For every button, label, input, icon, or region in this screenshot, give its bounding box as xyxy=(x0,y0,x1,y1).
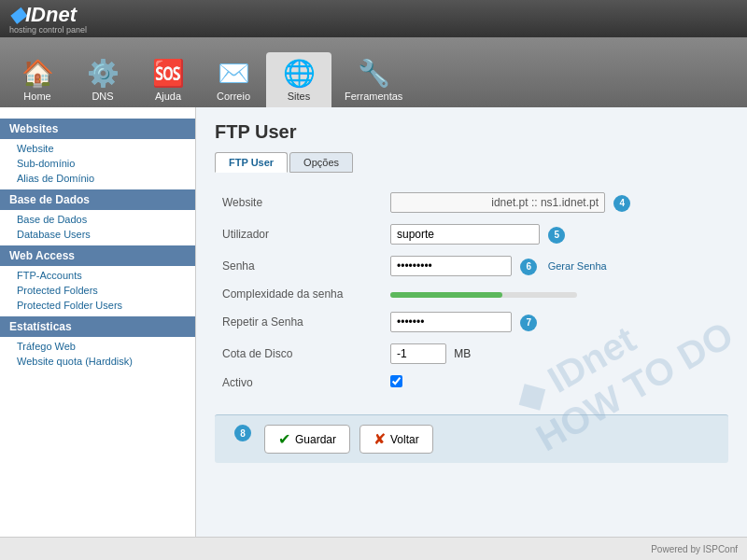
sidebar-section-stats: Estatísticas xyxy=(0,316,195,337)
sidebar-item-protected-folders[interactable]: Protected Folders xyxy=(0,283,195,298)
sidebar-item-quota[interactable]: Website quota (Harddisk) xyxy=(0,354,195,369)
ferramentas-icon: 🔧 xyxy=(358,58,390,89)
sidebar-section-database: Base de Dados xyxy=(0,189,195,210)
ajuda-icon: 🆘 xyxy=(152,58,185,89)
navbar: 🏠 Home ⚙️ DNS 🆘 Ajuda ✉️ Correio 🌐 Sites… xyxy=(0,37,747,107)
sidebar-section-websites: Websites xyxy=(0,119,195,139)
sidebar-section-webaccess: Web Access xyxy=(0,245,195,266)
footer-text: Powered by ISPConf xyxy=(651,544,738,554)
nav-home-label: Home xyxy=(23,91,50,102)
logo-name: ◆IDnet xyxy=(9,3,87,27)
tab-ftp-user[interactable]: FTP User xyxy=(215,152,288,173)
nav-dns[interactable]: ⚙️ DNS xyxy=(70,52,135,107)
nav-dns-label: DNS xyxy=(92,91,113,102)
website-input[interactable] xyxy=(390,192,605,213)
nav-ajuda[interactable]: 🆘 Ajuda xyxy=(135,52,201,107)
sidebar-item-dbusers[interactable]: Database Users xyxy=(0,227,195,242)
home-icon: 🏠 xyxy=(21,58,54,89)
footer: Powered by ISPConf xyxy=(0,537,747,560)
field-website: Website 4 xyxy=(215,187,728,218)
repetir-label: Repetir a Senha xyxy=(215,306,383,338)
sidebar-item-protected-folder-users[interactable]: Protected Folder Users xyxy=(0,298,195,313)
step-badge-6: 6 xyxy=(520,259,537,275)
field-cota: Cota de Disco MB xyxy=(215,338,728,370)
senha-input[interactable] xyxy=(390,256,512,276)
step-badge-4: 4 xyxy=(613,195,630,212)
guardar-label: Guardar xyxy=(295,433,336,446)
voltar-button[interactable]: ✘ Voltar xyxy=(359,425,433,454)
dns-icon: ⚙️ xyxy=(87,58,120,89)
field-activo: Activo xyxy=(215,370,728,396)
activo-value-cell xyxy=(383,370,728,396)
website-label: Website xyxy=(215,187,383,218)
nav-ajuda-label: Ajuda xyxy=(155,91,181,102)
tabs: FTP User Opções xyxy=(215,152,728,173)
sidebar-item-ftp[interactable]: FTP-Accounts xyxy=(0,268,195,283)
password-strength-fill xyxy=(390,292,502,298)
nav-sites[interactable]: 🌐 Sites xyxy=(266,52,331,107)
guardar-button[interactable]: ✔ Guardar xyxy=(264,425,350,454)
complexidade-label: Complexidade da senha xyxy=(215,282,383,306)
step-badge-5: 5 xyxy=(548,227,565,244)
sidebar-item-basedados[interactable]: Base de Dados xyxy=(0,212,195,227)
utilizador-value-cell: 5 xyxy=(383,218,728,250)
step-badge-8: 8 xyxy=(234,425,251,441)
cota-value-cell: MB xyxy=(383,338,728,370)
field-utilizador: Utilizador 5 xyxy=(215,218,728,250)
sidebar-item-subdominio[interactable]: Sub-domínio xyxy=(0,156,195,171)
mb-label: MB xyxy=(454,347,471,360)
page-title: FTP User xyxy=(215,121,728,143)
senha-value-cell: 6 Gerar Senha xyxy=(383,250,728,282)
nav-home[interactable]: 🏠 Home xyxy=(5,52,70,107)
content-area: ◆ IDnetHOW TO DO FTP User FTP User Opçõe… xyxy=(196,107,747,537)
logo-subtitle: hosting control panel xyxy=(9,25,87,35)
complexidade-bar-cell xyxy=(383,282,728,306)
field-senha: Senha 6 Gerar Senha xyxy=(215,250,728,282)
voltar-label: Voltar xyxy=(390,433,419,446)
form: Website 4 Utilizador 5 Senha 6 Gerar S xyxy=(215,187,728,396)
repetir-value-cell: 7 xyxy=(383,306,728,338)
activo-checkbox[interactable] xyxy=(390,375,402,387)
repetir-senha-input[interactable] xyxy=(390,312,512,332)
website-value-cell: 4 xyxy=(383,187,728,218)
button-row: 8 ✔ Guardar ✘ Voltar xyxy=(215,414,728,463)
nav-correio-label: Correio xyxy=(217,91,250,102)
gerar-senha-link[interactable]: Gerar Senha xyxy=(548,260,607,272)
correio-icon: ✉️ xyxy=(218,58,250,89)
sites-icon: 🌐 xyxy=(283,58,316,89)
sidebar-item-alias[interactable]: Alias de Domínio xyxy=(0,171,195,186)
nav-correio[interactable]: ✉️ Correio xyxy=(201,52,266,107)
utilizador-input[interactable] xyxy=(390,224,540,245)
cota-label: Cota de Disco xyxy=(215,338,383,370)
utilizador-label: Utilizador xyxy=(215,218,383,250)
header: ◆IDnet hosting control panel xyxy=(0,0,747,37)
password-strength-bar xyxy=(390,292,577,298)
field-complexidade: Complexidade da senha xyxy=(215,282,728,306)
senha-label: Senha xyxy=(215,250,383,282)
nav-ferramentas-label: Ferramentas xyxy=(345,91,402,102)
tab-opcoes[interactable]: Opções xyxy=(289,152,353,173)
voltar-icon: ✘ xyxy=(374,430,386,448)
cota-input[interactable] xyxy=(390,343,446,364)
guardar-icon: ✔ xyxy=(278,430,290,448)
step-badge-7: 7 xyxy=(520,315,537,331)
sidebar: Websites Website Sub-domínio Alias de Do… xyxy=(0,107,196,537)
logo: ◆IDnet hosting control panel xyxy=(9,3,87,35)
field-repetir: Repetir a Senha 7 xyxy=(215,306,728,338)
sidebar-item-website[interactable]: Website xyxy=(0,141,195,156)
activo-label: Activo xyxy=(215,370,383,396)
main-layout: Websites Website Sub-domínio Alias de Do… xyxy=(0,107,747,537)
sidebar-item-trafego[interactable]: Tráfego Web xyxy=(0,339,195,354)
nav-sites-label: Sites xyxy=(288,91,310,102)
nav-ferramentas[interactable]: 🔧 Ferramentas xyxy=(331,52,416,107)
